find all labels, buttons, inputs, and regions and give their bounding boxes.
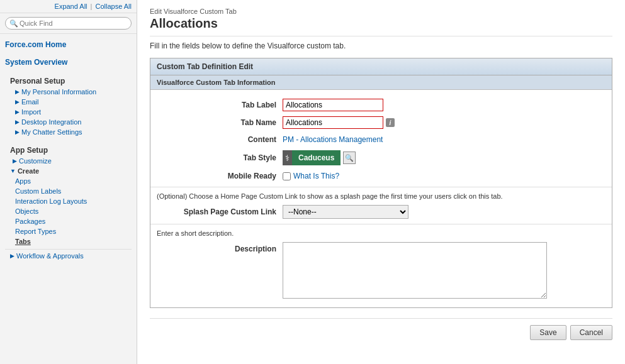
tri-icon-workflow: ▶ xyxy=(10,253,14,259)
sidebar-item-create[interactable]: ▼ Create xyxy=(5,166,132,176)
tri-icon-chatter: ▶ xyxy=(15,129,20,135)
collapse-all-link[interactable]: Collapse All xyxy=(96,3,132,10)
card-subheader: Visualforce Custom Tab Information xyxy=(150,75,612,90)
tab-label-label: Tab Label xyxy=(157,101,283,109)
sidebar-item-chatter[interactable]: ▶ My Chatter Settings xyxy=(10,127,132,137)
main-content: Edit Visualforce Custom Tab Allocations … xyxy=(137,0,625,364)
sidebar-label-email: Email xyxy=(21,98,39,106)
sidebar-item-import[interactable]: ▶ Import xyxy=(10,107,132,117)
sidebar-label-interaction-log: Interaction Log Layouts xyxy=(15,197,87,205)
tri-icon-desktop: ▶ xyxy=(15,119,20,125)
app-setup-header: App Setup xyxy=(5,142,132,156)
form-row-tab-name: Tab Name i xyxy=(150,114,612,131)
card-body: Tab Label Tab Name i Content xyxy=(150,90,612,307)
mobile-ready-label: Mobile Ready xyxy=(157,172,283,180)
sidebar-item-workflow[interactable]: ▶ Workflow & Approvals xyxy=(5,249,132,261)
form-row-splash-page: Splash Page Custom Link --None-- xyxy=(150,202,612,221)
tab-style-field: ⚕ Caduceus 🔍 xyxy=(283,150,356,165)
form-row-tab-label: Tab Label xyxy=(150,96,612,114)
tri-icon-personal-info: ▶ xyxy=(15,89,20,95)
sidebar-label-objects: Objects xyxy=(15,207,38,215)
content-field: PM - Allocations Management xyxy=(283,135,383,144)
tab-name-label: Tab Name xyxy=(157,118,283,127)
content-link[interactable]: PM - Allocations Management xyxy=(283,135,383,144)
info-icon[interactable]: i xyxy=(386,118,395,127)
sidebar-item-tabs[interactable]: Tabs xyxy=(10,236,132,246)
tab-style-search-icon[interactable]: 🔍 xyxy=(343,152,356,164)
form-row-content: Content PM - Allocations Management xyxy=(150,131,612,148)
sidebar-label-packages: Packages xyxy=(15,218,45,225)
card-header: Custom Tab Definition Edit xyxy=(150,58,612,75)
sidebar-item-report-types[interactable]: Report Types xyxy=(10,226,132,236)
tri-icon-import: ▶ xyxy=(15,109,20,115)
search-icon: 🔍 xyxy=(9,19,18,28)
sidebar-item-my-personal-information[interactable]: ▶ My Personal Information xyxy=(10,87,132,97)
sidebar-item-custom-labels[interactable]: Custom Labels xyxy=(10,186,132,196)
content-label: Content xyxy=(157,135,283,144)
what-is-this-link[interactable]: What Is This? xyxy=(293,172,339,180)
form-row-mobile-ready: Mobile Ready What Is This? xyxy=(150,168,612,184)
mobile-ready-field: What Is This? xyxy=(283,172,339,180)
sidebar-label-personal-info: My Personal Information xyxy=(21,88,96,96)
short-description-text: Enter a short description. xyxy=(150,224,612,240)
sidebar-app-setup-section: App Setup ▶ Customize ▼ Create Apps Cust… xyxy=(0,138,137,262)
sidebar-label-workflow: Workflow & Approvals xyxy=(16,252,84,260)
form-row-tab-style: Tab Style ⚕ Caduceus 🔍 xyxy=(150,148,612,168)
sidebar: Expand All | Collapse All 🔍 Force.com Ho… xyxy=(0,0,137,364)
cancel-button[interactable]: Cancel xyxy=(570,325,612,340)
sidebar-item-customize[interactable]: ▶ Customize xyxy=(5,156,132,166)
sidebar-label-custom-labels: Custom Labels xyxy=(15,187,61,195)
save-button[interactable]: Save xyxy=(530,325,566,340)
edit-label: Edit Visualforce Custom Tab xyxy=(150,8,612,15)
personal-items: ▶ My Personal Information ▶ Email ▶ Impo… xyxy=(5,87,132,137)
sidebar-item-desktop-integration[interactable]: ▶ Desktop Integration xyxy=(10,117,132,127)
sidebar-force-home-section: Force.com Home xyxy=(0,34,137,52)
bottom-bar: Save Cancel xyxy=(150,318,612,346)
sidebar-item-system-overview[interactable]: System Overview xyxy=(5,55,132,68)
sidebar-item-force-home[interactable]: Force.com Home xyxy=(5,38,132,50)
sidebar-label-create: Create xyxy=(18,167,39,175)
expand-all-link[interactable]: Expand All xyxy=(55,3,87,10)
tri-icon-email: ▶ xyxy=(15,99,20,105)
sidebar-item-email[interactable]: ▶ Email xyxy=(10,97,132,107)
description-textarea[interactable] xyxy=(283,242,547,299)
custom-tab-card: Custom Tab Definition Edit Visualforce C… xyxy=(150,58,612,308)
description-label: Description xyxy=(157,242,283,253)
tri-down-icon-create: ▼ xyxy=(10,168,16,174)
sidebar-label-report-types: Report Types xyxy=(15,228,56,235)
sidebar-item-interaction-log[interactable]: Interaction Log Layouts xyxy=(10,196,132,206)
tab-style-name: Caduceus xyxy=(292,152,341,163)
page-title: Allocations xyxy=(150,16,612,36)
splash-page-label: Splash Page Custom Link xyxy=(157,207,283,216)
splash-page-field: --None-- xyxy=(283,205,408,219)
sidebar-label-customize: Customize xyxy=(19,157,52,165)
sidebar-search-container: 🔍 xyxy=(0,13,137,34)
form-row-description: Description xyxy=(150,240,612,301)
sidebar-label-chatter: My Chatter Settings xyxy=(21,128,82,136)
sidebar-personal-setup-section: Personal Setup ▶ My Personal Information… xyxy=(0,69,137,138)
splash-page-select[interactable]: --None-- xyxy=(283,205,408,219)
tab-label-input[interactable] xyxy=(283,99,383,111)
tab-style-caduceus-icon: ⚕ xyxy=(283,150,292,165)
sidebar-label-desktop: Desktop Integration xyxy=(21,118,81,126)
sidebar-item-objects[interactable]: Objects xyxy=(10,206,132,216)
quick-find-input[interactable] xyxy=(5,17,132,30)
tab-name-input[interactable] xyxy=(283,116,383,129)
sidebar-system-overview-section: System Overview xyxy=(0,52,137,69)
personal-setup-header: Personal Setup xyxy=(5,73,132,87)
optional-text: (Optional) Choose a Home Page Custom Lin… xyxy=(150,187,612,202)
sidebar-item-packages[interactable]: Packages xyxy=(10,216,132,226)
tab-style-button[interactable]: ⚕ Caduceus xyxy=(283,150,341,165)
tri-icon-customize: ▶ xyxy=(13,158,17,164)
description-field xyxy=(283,242,547,299)
tab-label-field xyxy=(283,99,383,111)
sidebar-label-import: Import xyxy=(21,108,41,116)
sidebar-label-tabs: Tabs xyxy=(15,238,31,245)
sidebar-item-apps[interactable]: Apps xyxy=(10,176,132,186)
mobile-ready-checkbox-label: What Is This? xyxy=(283,172,339,180)
mobile-ready-checkbox[interactable] xyxy=(283,172,291,180)
create-sub-items: Apps Custom Labels Interaction Log Layou… xyxy=(5,176,132,246)
tab-name-field: i xyxy=(283,116,395,129)
sidebar-label-apps: Apps xyxy=(15,177,31,185)
page-description: Fill in the fields below to define the V… xyxy=(150,41,612,50)
